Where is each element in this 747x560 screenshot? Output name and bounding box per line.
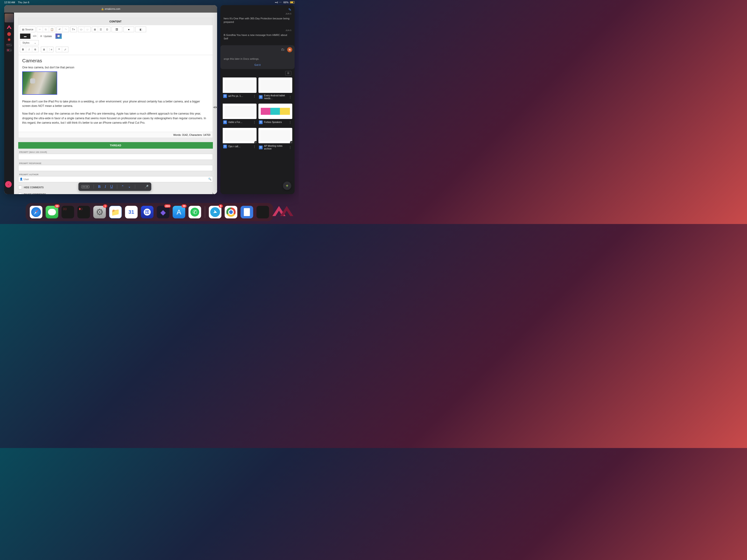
badge: 8 xyxy=(219,205,223,208)
account-avatar[interactable]: N xyxy=(287,47,292,52)
ul-button[interactable]: ⋮≡ xyxy=(47,47,53,52)
docs-icon xyxy=(259,95,263,99)
shared-badge-icon xyxy=(254,141,257,143)
folder-icon[interactable]: 🗀 xyxy=(281,48,284,51)
kbd-down-button[interactable]: ⌄ xyxy=(128,185,131,189)
pause-comments-checkbox[interactable] xyxy=(18,192,22,194)
notification-msg-1[interactable]: hero It's One Plan with 365-Day Protecti… xyxy=(224,17,291,24)
ap-logo-icon[interactable] xyxy=(6,24,12,30)
ol-button[interactable]: ≣ xyxy=(41,47,47,52)
dock-app-1[interactable]: ⬯⬯ xyxy=(61,206,74,218)
more-icon[interactable]: ⋮ xyxy=(253,94,256,98)
author-input[interactable] xyxy=(18,176,213,182)
more-icon[interactable]: ⋮ xyxy=(288,121,292,124)
dock-files[interactable] xyxy=(109,206,122,218)
new-doc-fab[interactable]: + xyxy=(283,182,291,190)
doc-card[interactable]: ad Pro ys. 1…⋮ xyxy=(223,77,257,101)
hide-comments-checkbox[interactable] xyxy=(18,186,22,189)
more-icon[interactable]: ⋮ xyxy=(288,95,292,99)
quote-button[interactable]: ❝ xyxy=(56,47,62,52)
dock-1password[interactable] xyxy=(141,206,154,218)
response-input[interactable] xyxy=(18,165,213,171)
badge: 58 xyxy=(54,205,59,208)
bold-button[interactable]: B xyxy=(20,47,26,52)
keyboard-shortcut-bar: EN GB B I U ⌃ ⌄ 🎤 xyxy=(78,183,151,191)
unlink-button[interactable]: ⬭̸ xyxy=(84,27,91,32)
kbd-underline-button[interactable]: U xyxy=(110,185,113,189)
more-icon[interactable]: ⋮ xyxy=(288,145,292,149)
search-icon[interactable]: 🔍 xyxy=(208,178,211,181)
redo-button[interactable]: ↷ xyxy=(63,27,69,32)
dock-chrome[interactable] xyxy=(225,206,237,218)
record-ring-icon[interactable] xyxy=(7,38,11,42)
video-button[interactable]: ● xyxy=(124,27,134,32)
kbd-italic-button[interactable]: I xyxy=(105,185,106,189)
table-button[interactable]: ⊞ xyxy=(92,27,98,32)
browser-address-bar[interactable]: 🔒emakicms.com xyxy=(4,5,217,12)
hr-button[interactable]: ☰ xyxy=(98,27,104,32)
dock-messages[interactable]: 58 xyxy=(46,206,58,218)
clear-format-button[interactable]: T✕ xyxy=(71,27,77,32)
image-button[interactable]: 🖼 xyxy=(112,27,122,32)
link-button[interactable]: ⬭ xyxy=(78,27,84,32)
strike-button[interactable]: S xyxy=(32,47,38,52)
battery-percent: 66% xyxy=(283,1,288,4)
undo-button[interactable]: ↶ xyxy=(57,27,63,32)
copy-button[interactable]: ⧉ xyxy=(43,27,49,32)
kbd-mic-button[interactable]: 🎤 xyxy=(145,185,149,189)
block-button[interactable]: ▬ xyxy=(20,34,30,39)
doc-card[interactable]: rtable s For…⋮ xyxy=(223,104,257,126)
special-char-button[interactable]: Ω xyxy=(104,27,110,32)
eraser-button[interactable]: ◧ xyxy=(136,27,146,32)
update-button[interactable]: ⟳Update xyxy=(38,33,54,39)
kbd-up-button[interactable]: ⌃ xyxy=(121,185,124,189)
code-view-button[interactable]: </> xyxy=(32,33,38,38)
side-menu-1[interactable]: 〰⌄ xyxy=(6,44,12,47)
notification-msg-2[interactable]: B Gondhia You have a new message from HM… xyxy=(224,33,291,41)
source-icon: ▤ xyxy=(22,28,24,31)
notification-date-2: JUN 5 xyxy=(224,29,291,31)
list-view-button[interactable]: ☰ xyxy=(285,71,291,76)
doc-card[interactable]: Ops r call…⋮ xyxy=(223,128,257,152)
inline-image[interactable] xyxy=(22,72,57,95)
doc-card[interactable]: Every Android tablet needs…⋮ xyxy=(258,77,292,101)
doc-card[interactable]: Forbes Speakers⋮ xyxy=(258,104,292,126)
settings-hint: ange this later in Docs settings. xyxy=(224,57,291,60)
ai-chat-button[interactable]: 💬 xyxy=(56,34,61,39)
styles-dropdown[interactable]: Styles⌄ xyxy=(20,40,39,45)
kbd-bold-button[interactable]: B xyxy=(98,185,101,189)
more-icon[interactable]: ⋮ xyxy=(253,121,256,124)
user-avatar[interactable] xyxy=(5,14,14,22)
dock-safari[interactable] xyxy=(30,206,43,218)
safari-window: 🔒emakicms.com 〰⌄ ✕⌄ CONTENT ▤Source ✂ ⧉ … xyxy=(4,5,217,194)
dock-folder[interactable] xyxy=(257,206,269,218)
dock-whatsapp[interactable] xyxy=(189,206,201,218)
prompt-input[interactable] xyxy=(18,154,213,160)
edit-icon[interactable]: ✎ xyxy=(288,7,291,12)
dock-obsidian[interactable]: 224 xyxy=(157,206,170,218)
dock-docs[interactable] xyxy=(241,206,253,218)
editor-body[interactable]: Cameras One less camera, but don't be th… xyxy=(19,55,213,132)
more-icon[interactable]: ⋮ xyxy=(253,145,256,149)
got-it-button[interactable]: Got it xyxy=(224,63,291,66)
side-menu-2[interactable]: ✕⌄ xyxy=(6,49,12,52)
fullscreen-button[interactable]: ⤢ xyxy=(62,47,68,52)
docs-tooltip-panel: 🗀 N ange this later in Docs settings. Go… xyxy=(221,45,294,69)
dock-app-2[interactable]: ⬮⬯ xyxy=(77,206,90,218)
keyboard-lang-button[interactable]: EN GB xyxy=(81,185,89,188)
record-dot-icon[interactable] xyxy=(7,32,11,36)
expand-sidebar-button[interactable]: › xyxy=(5,181,12,188)
cut-button[interactable]: ✂ xyxy=(37,27,43,32)
docs-window: ✎ JUN 5 hero It's One Plan with 365-Day … xyxy=(221,5,294,194)
user-icon: 👤 xyxy=(20,178,23,181)
content-section-header: CONTENT xyxy=(19,18,213,25)
dock-settings[interactable]: 1 xyxy=(93,206,106,218)
dock-appstore[interactable]: 39 xyxy=(173,206,185,218)
doc-card[interactable]: AP Meeting notes archive⋮ xyxy=(258,128,292,152)
dock-telegram[interactable]: 8 xyxy=(209,206,222,218)
dock-calendar[interactable] xyxy=(125,206,138,218)
source-button[interactable]: ▤Source xyxy=(20,27,35,32)
paste-button[interactable]: 📋 xyxy=(49,27,55,32)
split-view-handle[interactable]: ◀▶ xyxy=(213,105,217,109)
italic-button[interactable]: I xyxy=(26,47,32,52)
